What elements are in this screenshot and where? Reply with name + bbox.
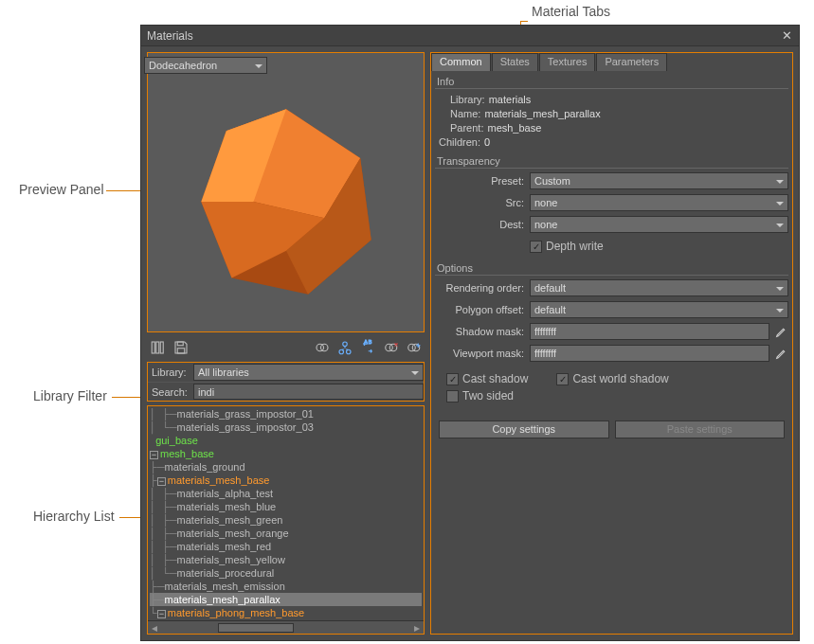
preset-select[interactable]: Custom xyxy=(530,172,788,189)
dodecahedron-icon xyxy=(177,93,395,311)
hierarchy-list: │ ├─materials_grass_impostor_01 │ └─mate… xyxy=(147,405,425,635)
material-tabs: Common States Textures Parameters xyxy=(431,53,792,71)
tab-parameters[interactable]: Parameters xyxy=(596,53,667,71)
library-select[interactable]: All libraries xyxy=(193,364,424,381)
tree-item[interactable]: │ ├─materials_mesh_orange xyxy=(150,527,422,540)
tree-item[interactable]: −mesh_base xyxy=(150,447,422,460)
tree-item[interactable]: └−materials_phong_mesh_base xyxy=(150,606,422,619)
viewport-mask-input[interactable]: ffffffff xyxy=(530,345,769,362)
library-label: Library: xyxy=(148,367,193,378)
tab-textures[interactable]: Textures xyxy=(539,53,596,71)
move-icon[interactable]: AB xyxy=(358,338,377,357)
material-tree[interactable]: │ ├─materials_grass_impostor_01 │ └─mate… xyxy=(148,406,424,620)
paste-settings-button[interactable]: Paste settings xyxy=(615,420,786,438)
group-options-title: Options xyxy=(435,261,788,276)
materials-window: Materials ✕ Dodecahedron xyxy=(140,25,800,641)
search-label: Search: xyxy=(148,386,193,398)
tree-item[interactable]: │ ├─materials_alpha_test xyxy=(150,487,422,500)
save-icon[interactable] xyxy=(172,338,190,357)
tree-item-selected[interactable]: ├─materials_mesh_parallax xyxy=(150,593,422,606)
tree-item[interactable]: │ └─materials_procedural xyxy=(150,566,422,580)
tree-item[interactable]: ├−materials_mesh_base xyxy=(150,474,422,487)
preview-panel: Dodecahedron xyxy=(147,52,425,332)
tree-item[interactable]: ├─materials_ground xyxy=(150,460,422,474)
svg-rect-9 xyxy=(177,348,185,352)
tree-item[interactable]: │ ├─materials_mesh_green xyxy=(150,513,422,527)
cast-shadow-checkbox[interactable]: Cast shadow xyxy=(446,370,528,387)
tab-common[interactable]: Common xyxy=(431,53,491,71)
properties-panel: Info Library: materials Name: materials_… xyxy=(431,71,792,634)
titlebar: Materials ✕ xyxy=(141,26,799,46)
rendering-order-select[interactable]: default xyxy=(530,279,788,296)
svg-rect-8 xyxy=(177,342,183,346)
cast-world-shadow-checkbox[interactable]: Cast world shadow xyxy=(556,370,668,387)
assign-icon[interactable] xyxy=(404,338,423,357)
library-filter: Library: All libraries Search: indi xyxy=(147,362,425,402)
scroll-left-icon[interactable]: ◂ xyxy=(148,621,161,635)
tree-item[interactable]: │ ├─materials_mesh_blue xyxy=(150,500,422,513)
window-title: Materials xyxy=(147,29,780,43)
polygon-offset-select[interactable]: default xyxy=(530,301,788,318)
tree-item[interactable]: │ ├─materials_grass_impostor_01 xyxy=(150,407,422,420)
svg-point-11 xyxy=(321,344,329,351)
shadow-mask-input[interactable]: ffffffff xyxy=(530,323,769,340)
preview-viewport[interactable] xyxy=(148,53,424,331)
svg-point-12 xyxy=(343,342,348,347)
pencil-icon[interactable] xyxy=(773,324,788,339)
tree-item[interactable]: │ └─materials_grass_impostor_03 xyxy=(150,420,422,434)
library-open-icon[interactable] xyxy=(149,338,168,357)
dest-select[interactable]: none xyxy=(530,216,788,233)
annot-preview-panel: Preview Panel xyxy=(19,182,104,197)
inherit-icon[interactable] xyxy=(335,338,354,357)
scroll-right-icon[interactable]: ▸ xyxy=(410,621,424,635)
svg-rect-7 xyxy=(160,342,163,353)
close-icon[interactable]: ✕ xyxy=(780,29,793,43)
clone-icon[interactable] xyxy=(313,338,332,357)
copy-settings-button[interactable]: Copy settings xyxy=(439,420,609,438)
delete-icon[interactable] xyxy=(381,338,400,357)
group-info-title: Info xyxy=(435,75,788,89)
depth-write-checkbox[interactable]: Depth write xyxy=(530,238,604,255)
horizontal-scrollbar[interactable]: ◂ ▸ xyxy=(148,620,424,634)
tree-item[interactable]: │ ├─materials_mesh_red xyxy=(150,540,422,553)
svg-rect-6 xyxy=(156,342,159,353)
svg-text:B: B xyxy=(369,339,372,345)
annot-hierarchy-list: Hierarchy List xyxy=(33,509,115,524)
two-sided-checkbox[interactable]: Two sided xyxy=(446,387,528,404)
tree-item[interactable]: ├─materials_mesh_emission xyxy=(150,580,422,593)
pencil-icon[interactable] xyxy=(773,346,788,361)
toolbar: AB xyxy=(147,336,425,358)
group-transparency-title: Transparency xyxy=(435,154,788,169)
scroll-thumb[interactable] xyxy=(218,623,294,633)
svg-text:A: A xyxy=(364,339,368,345)
tab-states[interactable]: States xyxy=(492,53,538,71)
search-input[interactable]: indi xyxy=(193,384,424,400)
preview-shape-select[interactable]: Dodecahedron xyxy=(144,57,267,74)
annot-library-filter: Library Filter xyxy=(33,388,107,403)
svg-rect-5 xyxy=(152,342,154,353)
tree-item[interactable]: gui_base xyxy=(150,434,422,447)
tree-item[interactable]: │ ├─materials_mesh_yellow xyxy=(150,553,422,566)
src-select[interactable]: none xyxy=(530,194,788,211)
annot-material-tabs: Material Tabs xyxy=(532,4,610,19)
